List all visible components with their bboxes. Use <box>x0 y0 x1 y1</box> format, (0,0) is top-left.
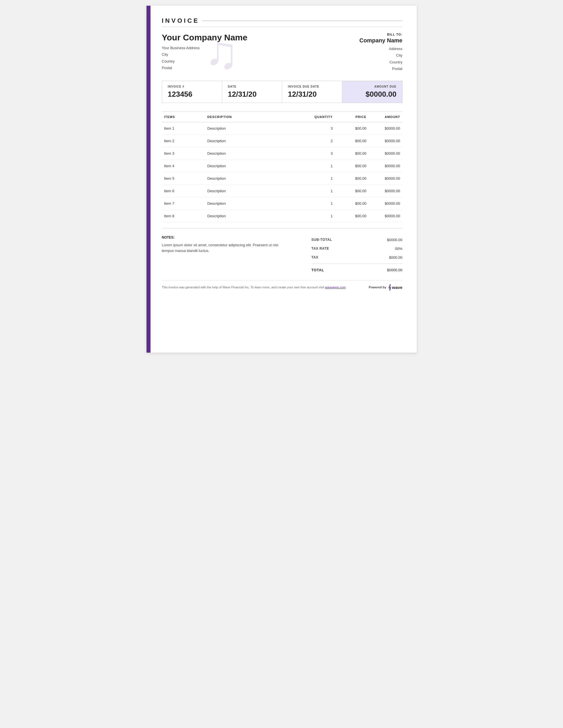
footer-section: NOTES: Lorem ipsum dolor sit amet, conse… <box>162 228 403 274</box>
bill-to-postal: Postal <box>346 65 403 72</box>
item-price-cell: $00.00 <box>335 197 369 210</box>
meta-date: DATE 12/31/20 <box>222 81 282 103</box>
bill-to-country: Country <box>346 59 403 65</box>
item-desc-cell: Description <box>205 185 306 197</box>
item-desc-cell: Description <box>205 172 306 185</box>
header-top: INVOICE <box>162 17 403 27</box>
item-desc-cell: Description <box>205 210 306 222</box>
header-main: ♫ Your Company Name Your Business Addres… <box>162 33 403 72</box>
due-date-value: 12/31/20 <box>288 90 336 99</box>
company-city: City <box>162 51 346 58</box>
item-desc-cell: Description <box>205 197 306 210</box>
item-name-cell: Item 8 <box>162 210 205 222</box>
notes-section: NOTES: Lorem ipsum dolor sit amet, conse… <box>162 235 287 254</box>
company-country: Country <box>162 58 346 65</box>
th-quantity: QUANTITY <box>306 111 335 122</box>
footer-link[interactable]: waveapps.com <box>325 286 346 289</box>
item-qty-cell: 3 <box>306 122 335 135</box>
th-amount: AMOUNT <box>369 111 402 122</box>
item-amount-cell: $0000.00 <box>369 197 402 210</box>
th-items: ITEMS <box>162 111 205 122</box>
subtotal-value: $0000.00 <box>387 238 402 242</box>
item-name-cell: Item 3 <box>162 147 205 160</box>
subtotal-row: SUB-TOTAL $0000.00 <box>312 235 403 244</box>
item-name-cell: Item 6 <box>162 185 205 197</box>
bill-to-label: BILL TO: <box>346 33 403 36</box>
footer-text-content: This invoice was generated with the help… <box>162 286 324 289</box>
table-row: Item 6 Description 1 $00.00 $0000.00 <box>162 185 403 197</box>
bill-to-address-line: Address <box>346 45 403 52</box>
item-amount-cell: $0000.00 <box>369 185 402 197</box>
notes-text: Lorem ipsum dolor sit amet, consectetur … <box>162 242 287 254</box>
totals-section: SUB-TOTAL $0000.00 TAX RATE 00% TAX $000… <box>312 235 403 274</box>
item-name-cell: Item 5 <box>162 172 205 185</box>
table-row: Item 2 Description 2 $00.00 $0000.00 <box>162 135 403 147</box>
company-postal: Postal <box>162 65 346 71</box>
tax-value: $000.00 <box>389 255 403 260</box>
wave-text: wave <box>392 285 403 290</box>
item-qty-cell: 2 <box>306 135 335 147</box>
th-price: PRICE <box>335 111 369 122</box>
item-qty-cell: 3 <box>306 147 335 160</box>
tax-rate-value: 00% <box>395 247 402 251</box>
tax-rate-row: TAX RATE 00% <box>312 244 403 253</box>
item-name-cell: Item 7 <box>162 197 205 210</box>
item-price-cell: $00.00 <box>335 172 369 185</box>
item-amount-cell: $0000.00 <box>369 135 402 147</box>
amount-due-value: $0000.00 <box>348 90 396 99</box>
item-desc-cell: Description <box>205 122 306 135</box>
company-address-line: Your Business Address <box>162 45 346 51</box>
wave-logo: 𝄞 wave <box>388 284 403 290</box>
bill-to-address: Address City Country Postal <box>346 45 403 72</box>
item-qty-cell: 1 <box>306 185 335 197</box>
item-qty-cell: 1 <box>306 210 335 222</box>
item-name-cell: Item 2 <box>162 135 205 147</box>
due-date-label: INVOICE DUE DATE <box>288 85 336 88</box>
item-price-cell: $00.00 <box>335 185 369 197</box>
item-amount-cell: $0000.00 <box>369 172 402 185</box>
item-price-cell: $00.00 <box>335 160 369 172</box>
total-row: TOTAL $0000.00 <box>312 266 403 274</box>
totals-divider <box>312 264 403 264</box>
meta-due-date: INVOICE DUE DATE 12/31/20 <box>282 81 342 103</box>
date-label: DATE <box>228 85 276 88</box>
meta-invoice-number: INVOICE # 123456 <box>162 81 222 103</box>
total-value: $0000.00 <box>387 268 402 272</box>
item-price-cell: $00.00 <box>335 135 369 147</box>
item-qty-cell: 1 <box>306 197 335 210</box>
bill-to-city: City <box>346 52 403 59</box>
invoice-page: INVOICE ♫ Your Company Name Your Busines… <box>146 6 417 353</box>
bill-to-company: Company Name <box>346 37 403 44</box>
item-name-cell: Item 1 <box>162 122 205 135</box>
item-desc-cell: Description <box>205 147 306 160</box>
page-footer: This invoice was generated with the help… <box>162 280 403 290</box>
table-row: Item 3 Description 3 $00.00 $0000.00 <box>162 147 403 160</box>
table-row: Item 7 Description 1 $00.00 $0000.00 <box>162 197 403 210</box>
item-amount-cell: $0000.00 <box>369 122 402 135</box>
invoice-number-value: 123456 <box>168 90 216 99</box>
powered-by: Powered by 𝄞 wave <box>369 284 402 290</box>
item-price-cell: $00.00 <box>335 122 369 135</box>
item-qty-cell: 1 <box>306 160 335 172</box>
th-description: DESCRIPTION <box>205 111 306 122</box>
tax-rate-label: TAX RATE <box>312 247 329 251</box>
company-name: Your Company Name <box>162 33 346 42</box>
powered-by-text: Powered by <box>369 286 386 289</box>
tax-row: TAX $000.00 <box>312 253 403 262</box>
subtotal-label: SUB-TOTAL <box>312 238 332 242</box>
tax-label: TAX <box>312 255 319 259</box>
total-label: TOTAL <box>312 268 324 272</box>
table-row: Item 1 Description 3 $00.00 $0000.00 <box>162 122 403 135</box>
accent-bar <box>146 6 150 353</box>
company-info: Your Company Name Your Business Address … <box>162 33 346 71</box>
item-price-cell: $00.00 <box>335 147 369 160</box>
table-row: Item 5 Description 1 $00.00 $0000.00 <box>162 172 403 185</box>
footer-text: This invoice was generated with the help… <box>162 286 346 289</box>
item-amount-cell: $0000.00 <box>369 210 402 222</box>
date-value: 12/31/20 <box>228 90 276 99</box>
table-row: Item 8 Description 1 $00.00 $0000.00 <box>162 210 403 222</box>
item-qty-cell: 1 <box>306 172 335 185</box>
table-row: Item 4 Description 1 $00.00 $0000.00 <box>162 160 403 172</box>
items-table: ITEMS DESCRIPTION QUANTITY PRICE AMOUNT … <box>162 111 403 222</box>
invoice-title: INVOICE <box>162 17 199 24</box>
